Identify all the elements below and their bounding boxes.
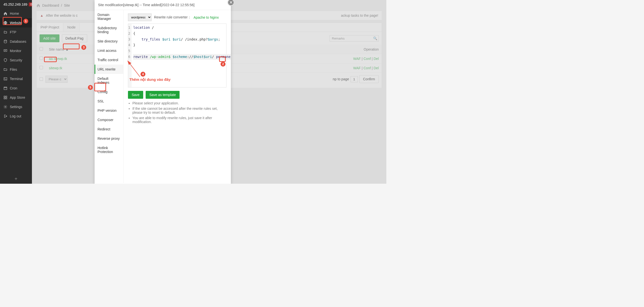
hints-list: Please select your application. If the s…	[128, 101, 226, 124]
server-ip: 45.252.249.189	[4, 2, 27, 6]
folder-icon	[4, 68, 7, 72]
code-area[interactable]: location /{ try_files $uri $uri/ /index.…	[132, 24, 231, 87]
ftp-icon	[4, 30, 7, 34]
hint-item: You are able to modify rewrite rules, ju…	[132, 116, 226, 124]
svg-point-10	[5, 106, 6, 107]
modal-nav-domain-manager[interactable]: Domain Manager	[94, 10, 123, 23]
sidebar-item-logout[interactable]: Log out	[0, 112, 32, 121]
shield-icon	[4, 58, 7, 62]
sidebar-item-label: Website	[10, 21, 22, 25]
rewrite-template-select[interactable]: wordpress	[128, 14, 152, 21]
svg-rect-8	[4, 98, 5, 99]
modal-nav-subdirectory-binding[interactable]: Subdirectory binding	[94, 23, 123, 36]
sidebar-item-cron[interactable]: Cron	[0, 84, 32, 93]
site-modification-modal: ✕ Site modification[sitewp.tk] -- Time a…	[94, 0, 231, 184]
modal-nav-config[interactable]: Config	[94, 87, 123, 96]
sidebar-item-label: Databases	[10, 40, 26, 44]
rewrite-code-editor[interactable]: 123456 location /{ try_files $uri $uri/ …	[128, 24, 226, 88]
terminal-icon	[4, 77, 7, 81]
svg-rect-7	[6, 96, 7, 97]
modal-content: wordpress Rewrite rule converter： Apache…	[124, 10, 231, 183]
close-icon[interactable]: ✕	[228, 0, 234, 6]
sidebar: 45.252.249.189 0 Home Website FTP Databa…	[0, 0, 32, 184]
modal-nav-reverse-proxy[interactable]: Reverse proxy	[94, 134, 123, 143]
modal-nav-hotlink-protection[interactable]: Hotlink Protection	[94, 143, 123, 156]
sidebar-item-label: Cron	[10, 86, 17, 90]
logout-icon	[4, 114, 7, 118]
grid-icon	[4, 96, 7, 100]
sidebar-header: 45.252.249.189 0	[0, 0, 32, 9]
svg-rect-9	[6, 98, 7, 99]
svg-rect-6	[4, 96, 5, 97]
sidebar-item-label: Log out	[10, 114, 21, 118]
sidebar-item-databases[interactable]: Databases	[0, 37, 32, 46]
save-as-template-button[interactable]: Save as template	[146, 91, 180, 99]
modal-nav-redirect[interactable]: Redirect	[94, 124, 123, 134]
sidebar-item-security[interactable]: Security	[0, 56, 32, 65]
sidebar-item-monitor[interactable]: Monitor	[0, 46, 32, 56]
svg-point-2	[4, 40, 7, 41]
sidebar-item-label: App Store	[10, 96, 25, 100]
modal-nav-traffic-control[interactable]: Traffic control	[94, 55, 123, 64]
svg-rect-5	[4, 87, 7, 90]
hint-item: Please select your application.	[132, 101, 226, 105]
sidebar-item-ftp[interactable]: FTP	[0, 28, 32, 37]
svg-rect-4	[4, 78, 7, 80]
modal-nav-limit-access[interactable]: Limit access	[94, 46, 123, 55]
modal-nav: Domain Manager Subdirectory binding Site…	[94, 10, 124, 183]
sidebar-item-label: Settings	[10, 105, 22, 109]
globe-icon	[4, 21, 7, 25]
sidebar-item-label: Terminal	[10, 77, 23, 81]
main-content: Dashboard / Site ▲ After the website is …	[32, 0, 386, 184]
sidebar-item-label: Files	[10, 68, 17, 72]
calendar-icon	[4, 86, 7, 90]
database-icon	[4, 40, 7, 44]
modal-nav-ssl[interactable]: SSL	[94, 96, 123, 106]
sidebar-add-button[interactable]: +	[0, 174, 32, 184]
modal-overlay: ✕ Site modification[sitewp.tk] -- Time a…	[32, 0, 386, 184]
sidebar-item-home[interactable]: Home	[0, 9, 32, 18]
modal-nav-url-rewrite[interactable]: URL rewrite	[94, 64, 123, 74]
converter-label: Rewrite rule converter：	[154, 15, 191, 20]
apache-to-nginx-link[interactable]: Apache to Nginx	[194, 16, 219, 20]
hint-item: If the site cannot be accessed after the…	[132, 106, 226, 114]
sidebar-item-files[interactable]: Files	[0, 65, 32, 74]
modal-title: Site modification[sitewp.tk] -- Time add…	[94, 0, 231, 10]
sidebar-item-label: Security	[10, 58, 22, 62]
sidebar-item-label: Monitor	[10, 49, 21, 53]
home-icon	[4, 12, 7, 16]
modal-nav-php-version[interactable]: PHP version	[94, 106, 123, 115]
sidebar-item-appstore[interactable]: App Store	[0, 93, 32, 102]
modal-nav-composer[interactable]: Composer	[94, 115, 123, 124]
monitor-icon	[4, 49, 7, 53]
modal-nav-default-indexes[interactable]: Default indexes	[94, 74, 123, 87]
sidebar-item-terminal[interactable]: Terminal	[0, 74, 32, 84]
sidebar-item-settings[interactable]: Settings	[0, 102, 32, 112]
sidebar-item-website[interactable]: Website	[0, 18, 32, 28]
gear-icon	[4, 105, 7, 109]
code-gutter: 123456	[128, 24, 132, 87]
sidebar-item-label: FTP	[10, 30, 16, 34]
sidebar-item-label: Home	[10, 12, 19, 16]
modal-nav-site-directory[interactable]: Site directory	[94, 36, 123, 46]
save-button[interactable]: Save	[128, 91, 143, 99]
